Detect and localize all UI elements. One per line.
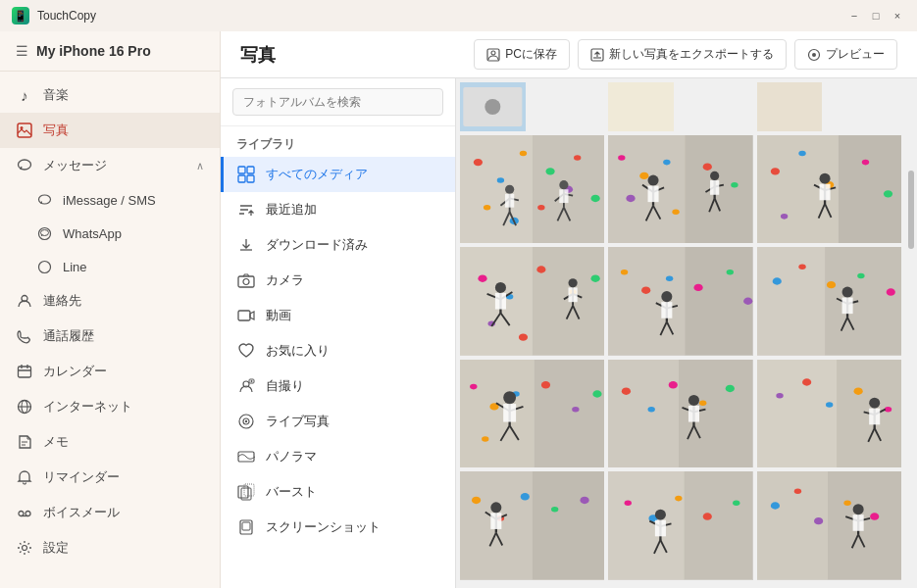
screenshot-icon [236, 517, 256, 537]
sidebar-item-music[interactable]: ♪ 音楽 [0, 77, 220, 113]
settings-icon [16, 539, 33, 557]
scrollbar-thumb[interactable] [908, 171, 914, 249]
album-all-media[interactable]: すべてのメディア [221, 157, 455, 192]
svg-rect-0 [18, 123, 31, 137]
svg-rect-25 [238, 311, 250, 320]
album-video[interactable]: 動画 [221, 298, 455, 333]
hamburger-icon[interactable]: ☰ [16, 43, 28, 59]
svg-point-248 [814, 517, 823, 524]
preview-button[interactable]: プレビュー [794, 39, 897, 70]
svg-point-51 [574, 155, 581, 161]
panorama-icon [236, 447, 256, 466]
sidebar-item-contacts[interactable]: 連絡先 [0, 283, 220, 318]
svg-point-236 [655, 510, 666, 520]
svg-rect-167 [460, 360, 535, 467]
preview-label: プレビュー [826, 46, 885, 63]
sidebar-item-photos[interactable]: 写真 [0, 113, 220, 148]
photos-main: 写真 PCに保存 [221, 31, 917, 588]
sidebar-item-memo-label: メモ [43, 433, 69, 451]
all-media-icon [236, 165, 256, 184]
album-panorama-label: パノラマ [266, 448, 317, 466]
sidebar-item-whatsapp[interactable]: WhatsApp [0, 217, 220, 250]
export-button[interactable]: 新しい写真をエクスポートする [578, 39, 787, 70]
sidebar-item-imessage-label: iMessage / SMS [63, 193, 156, 208]
svg-point-99 [798, 151, 805, 157]
album-recent[interactable]: 最近追加 [221, 192, 455, 227]
whatsapp-icon [35, 224, 53, 242]
music-icon: ♪ [16, 86, 33, 104]
sidebar-item-line[interactable]: Line [0, 250, 220, 283]
svg-rect-72 [608, 135, 685, 243]
close-button[interactable]: × [890, 8, 905, 24]
window-controls: − □ × [846, 8, 905, 24]
svg-point-81 [648, 175, 659, 186]
sidebar-item-memo[interactable]: メモ [0, 424, 220, 460]
minimize-button[interactable]: − [846, 8, 862, 24]
sidebar-item-settings[interactable]: 設定 [0, 530, 220, 565]
album-downloaded[interactable]: ダウンロード済み [221, 227, 455, 263]
album-camera[interactable]: カメラ [221, 263, 455, 298]
table-row[interactable] [608, 471, 752, 579]
export-icon [590, 48, 604, 62]
album-selfie[interactable]: 自撮り [221, 368, 455, 404]
save-to-pc-button[interactable]: PCに保存 [474, 39, 570, 70]
table-row[interactable] [460, 471, 604, 579]
table-row[interactable] [460, 82, 526, 131]
svg-point-138 [621, 270, 628, 275]
svg-rect-212 [869, 409, 880, 425]
messages-chevron-icon: ∧ [196, 160, 204, 172]
svg-point-247 [793, 489, 800, 495]
svg-point-140 [666, 276, 673, 282]
maximize-button[interactable]: □ [868, 8, 884, 24]
svg-rect-182 [503, 404, 516, 421]
svg-point-202 [802, 378, 811, 385]
album-screenshot[interactable]: スクリーンショット [221, 510, 455, 545]
album-panorama[interactable]: パノラマ [221, 439, 455, 474]
sidebar-item-imessage[interactable]: iMessage / SMS [0, 183, 220, 217]
table-row[interactable] [757, 471, 901, 579]
table-row[interactable] [460, 135, 604, 243]
table-row[interactable] [608, 82, 674, 131]
table-row[interactable] [757, 135, 901, 243]
live-icon [236, 412, 256, 431]
table-row[interactable] [608, 360, 752, 467]
scrollbar-track[interactable] [905, 78, 917, 588]
table-row[interactable] [460, 360, 604, 467]
sidebar-item-internet[interactable]: インターネット [0, 389, 220, 424]
table-row[interactable] [608, 135, 752, 243]
svg-point-218 [521, 494, 530, 501]
sidebar-item-calendar-label: カレンダー [43, 363, 107, 380]
table-row[interactable] [757, 360, 901, 467]
table-row[interactable] [608, 247, 752, 355]
album-burst[interactable]: バースト [221, 474, 455, 510]
table-row[interactable] [757, 247, 901, 355]
svg-rect-23 [238, 276, 254, 287]
sidebar-item-calendar[interactable]: カレンダー [0, 354, 220, 389]
internet-icon [16, 398, 33, 416]
titlebar: 📱 TouchCopy − □ × [0, 0, 917, 31]
svg-point-55 [537, 205, 544, 211]
sidebar-item-photos-label: 写真 [43, 122, 69, 139]
album-live[interactable]: ライブ写真 [221, 404, 455, 439]
library-section-title: ライブラリ [221, 126, 455, 157]
sidebar-item-messages[interactable]: メッセージ ∧ [0, 148, 220, 183]
svg-point-191 [688, 395, 699, 406]
album-search-input[interactable] [232, 88, 443, 116]
table-row[interactable] [757, 82, 823, 131]
svg-point-188 [669, 381, 678, 388]
svg-point-77 [703, 164, 712, 171]
svg-point-120 [519, 334, 528, 341]
table-row[interactable] [460, 247, 604, 355]
sidebar-item-calls[interactable]: 通話履歴 [0, 318, 220, 354]
svg-point-216 [472, 497, 481, 504]
svg-point-28 [251, 380, 253, 382]
burst-icon [236, 482, 256, 502]
sidebar-item-reminder[interactable]: リマインダー [0, 460, 220, 495]
svg-rect-150 [662, 303, 673, 319]
svg-point-172 [541, 381, 550, 388]
album-favorites[interactable]: お気に入り [221, 333, 455, 368]
downloaded-icon [236, 235, 256, 255]
svg-rect-110 [819, 184, 830, 201]
sidebar-item-voicemail[interactable]: ボイスメール [0, 495, 220, 530]
svg-point-204 [853, 388, 862, 395]
